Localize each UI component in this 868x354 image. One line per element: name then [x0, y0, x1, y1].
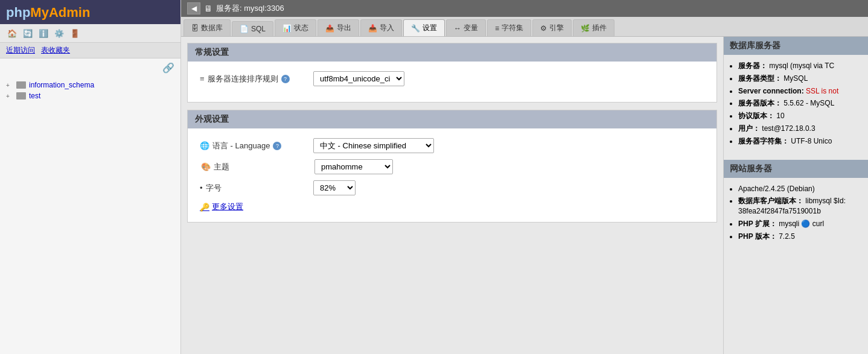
content-area: 常规设置 ≡ 服务器连接排序规则 ? utf8mb4_unicode_ci [181, 37, 868, 354]
db-server-item-type: 服务器类型： MySQL [738, 74, 862, 84]
language-select[interactable]: 中文 - Chinese simplified English Français… [313, 138, 434, 153]
collation-help-icon[interactable]: ? [281, 75, 290, 83]
web-server-item-php-ext: PHP 扩展： mysqli 🔵 curl [738, 219, 862, 229]
logo-my: My [30, 5, 49, 20]
tab-sql-icon: 📄 [240, 25, 249, 33]
db-server-title: 数据库服务器 [730, 40, 780, 50]
fontsize-row: • 字号 80% 82% 90% 100% 110% [200, 180, 704, 195]
db-server-key-server: 服务器： [738, 62, 767, 70]
web-server-body: Apache/2.4.25 (Debian) 数据库客户端版本： libmysq… [724, 180, 868, 248]
sidebar-icons: 🏠 🔄 ℹ️ ⚙️ 🚪 [0, 24, 180, 43]
fontsize-label-text: 字号 [206, 183, 222, 194]
recent-visits-link[interactable]: 近期访问 [6, 45, 35, 55]
appearance-settings-header: 外观设置 [188, 110, 716, 128]
db-server-val-type: MySQL [783, 74, 808, 83]
sidebar-nav-bar: 近期访问 表收藏夹 [0, 43, 180, 58]
chain-icon: 🔗 [162, 62, 174, 74]
web-server-key-php-ver: PHP 版本： [738, 232, 777, 241]
home-icon[interactable]: 🏠 [6, 27, 18, 39]
tab-export-label: 导出 [337, 23, 351, 33]
tab-import[interactable]: 📥 导入 [360, 19, 402, 36]
db-server-header: 数据库服务器 [724, 37, 868, 55]
web-server-header: 网站服务器 [724, 160, 868, 178]
exit-icon[interactable]: 🚪 [69, 27, 81, 39]
fontsize-select[interactable]: 80% 82% 90% 100% 110% [313, 180, 356, 195]
logo: phpMyAdmin [6, 5, 90, 21]
db-icon [16, 81, 26, 89]
tab-variables-label: 变量 [464, 23, 478, 33]
tab-charset[interactable]: ≡ 字符集 [487, 19, 531, 36]
back-button[interactable]: ◀ [187, 2, 200, 14]
web-server-val-php-ver: 7.2.5 [779, 232, 795, 241]
web-server-key-db-client: 数据库客户端版本： [738, 197, 803, 205]
sidebar-header: phpMyAdmin [0, 0, 180, 24]
tab-charset-icon: ≡ [495, 24, 499, 33]
tab-sql-label: SQL [251, 25, 266, 33]
tab-status-icon: 📊 [282, 24, 292, 33]
db-server-val-version: 5.5.62 - MySQL [783, 99, 834, 107]
db-server-val-charset: UTF-8 Unico [791, 137, 832, 145]
collation-label: ≡ 服务器连接排序规则 ? [200, 74, 308, 84]
db-list: + information_schema + test [0, 77, 180, 354]
db-server-body: 服务器： mysql (mysql via TC 服务器类型： MySQL Se… [724, 57, 868, 153]
tab-plugins-icon: 🌿 [581, 24, 590, 33]
language-help-icon[interactable]: ? [273, 142, 281, 150]
key-icon: 🔑 [200, 203, 209, 212]
tab-sql[interactable]: 📄 SQL [232, 21, 273, 36]
db-item-information-schema[interactable]: + information_schema [6, 80, 174, 90]
db-item-test[interactable]: + test [6, 90, 174, 101]
fontsize-label: • 字号 [200, 183, 308, 194]
general-settings-box: 常规设置 ≡ 服务器连接排序规则 ? utf8mb4_unicode_ci [187, 43, 717, 103]
db-icon [16, 92, 26, 100]
db-server-item-protocol: 协议版本： 10 [738, 111, 862, 121]
theme-bullet: 🎨 [201, 162, 211, 171]
web-server-item-php-ver: PHP 版本： 7.2.5 [738, 232, 862, 242]
tab-databases[interactable]: 🗄 数据库 [183, 19, 231, 36]
tab-engines[interactable]: ⚙ 引擎 [532, 19, 572, 36]
theme-select[interactable]: pmahomme original metro [314, 159, 393, 174]
topbar-title: 服务器: mysql:3306 [216, 3, 284, 14]
tab-databases-icon: 🗄 [191, 24, 199, 33]
theme-row: 🎨 主题 pmahomme original metro [201, 159, 704, 174]
tab-variables-icon: ↔ [454, 24, 461, 33]
db-server-val-server: mysql (mysql via TC [769, 62, 834, 70]
web-server-block: 网站服务器 Apache/2.4.25 (Debian) 数据库客户端版本： l… [724, 160, 868, 248]
info-icon[interactable]: ℹ️ [37, 27, 49, 39]
tab-plugins[interactable]: 🌿 插件 [573, 19, 614, 36]
db-server-item-server: 服务器： mysql (mysql via TC [738, 61, 862, 71]
more-settings-link[interactable]: 🔑 更多设置 [200, 201, 704, 212]
main-content: 常规设置 ≡ 服务器连接排序规则 ? utf8mb4_unicode_ci [181, 37, 723, 354]
theme-label: 🎨 主题 [201, 162, 310, 172]
collation-select[interactable]: utf8mb4_unicode_ci [313, 71, 404, 86]
tab-engines-label: 引擎 [549, 23, 564, 33]
theme-label-text: 主题 [214, 162, 229, 172]
db-label[interactable]: test [29, 92, 40, 100]
db-label[interactable]: information_schema [29, 81, 94, 89]
tab-export[interactable]: 📤 导出 [318, 19, 359, 36]
web-server-title: 网站服务器 [730, 163, 772, 173]
expand-icon: + [6, 93, 13, 100]
db-server-item-charset: 服务器字符集： UTF-8 Unico [738, 136, 862, 147]
tab-export-icon: 📤 [325, 24, 334, 33]
tabs: 🗄 数据库 📄 SQL 📊 状态 📤 导出 📥 导入 🔧 设置 ↔ 变量 ≡ [181, 17, 868, 37]
db-server-item-user: 用户： test@172.18.0.3 [738, 124, 862, 134]
sidebar: phpMyAdmin 🏠 🔄 ℹ️ ⚙️ 🚪 近期访问 表收藏夹 🔗 + inf… [0, 0, 181, 354]
db-server-val-protocol: 10 [776, 112, 784, 120]
appearance-settings-title: 外观设置 [195, 114, 229, 124]
db-server-key-charset: 服务器字符集： [738, 137, 789, 145]
gear-icon[interactable]: ⚙️ [53, 27, 65, 39]
server-icon: 🖥 [204, 4, 212, 13]
tab-variables[interactable]: ↔ 变量 [446, 19, 486, 36]
db-server-key-protocol: 协议版本： [738, 112, 774, 120]
sidebar-link-icon: 🔗 [0, 58, 180, 77]
more-settings-text: 更多设置 [212, 201, 243, 212]
language-label-text: 语言 - Language [212, 141, 270, 151]
collation-row: ≡ 服务器连接排序规则 ? utf8mb4_unicode_ci [200, 71, 704, 86]
tab-settings-label: 设置 [423, 23, 437, 33]
tab-status[interactable]: 📊 状态 [275, 19, 316, 36]
tab-import-icon: 📥 [368, 24, 377, 33]
tab-settings[interactable]: 🔧 设置 [403, 19, 445, 36]
tab-import-label: 导入 [380, 23, 394, 33]
refresh-icon[interactable]: 🔄 [22, 27, 34, 39]
bookmarks-link[interactable]: 表收藏夹 [41, 45, 70, 55]
